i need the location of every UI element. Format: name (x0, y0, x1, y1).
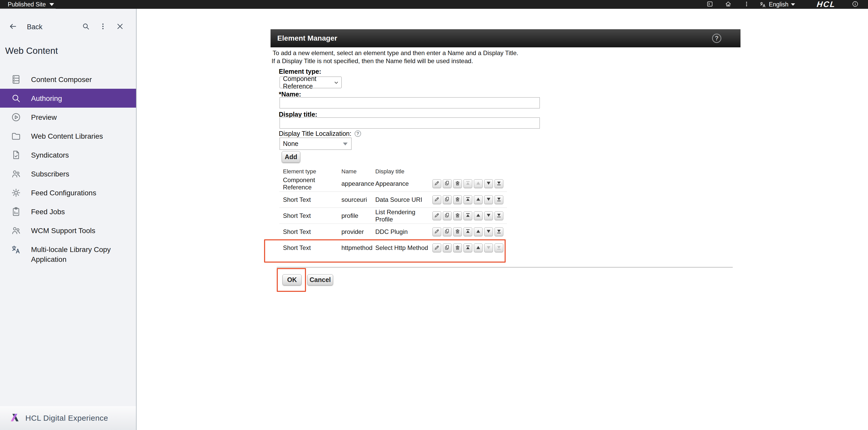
edit-icon (434, 245, 440, 251)
move-to-top-button[interactable] (464, 227, 472, 236)
ok-button[interactable]: OK (282, 274, 302, 285)
move-to-bottom-button[interactable] (495, 211, 503, 220)
cell-name: appearance (341, 180, 375, 187)
sidebar-item-label: Authoring (31, 93, 62, 103)
edit-button[interactable] (432, 243, 441, 252)
move-up-icon (475, 196, 481, 203)
edit-button[interactable] (432, 211, 441, 220)
edit-button[interactable] (432, 179, 441, 188)
sidebar-overflow-button[interactable] (99, 22, 107, 32)
table-row-httpmethod: Short TexthttpmethodSelect Http Method (279, 240, 507, 256)
move-to-top-button[interactable] (464, 195, 472, 204)
cell-name: httpmethod (341, 244, 375, 251)
move-up-button[interactable] (474, 179, 483, 188)
close-button[interactable] (116, 22, 124, 32)
sidebar-item-authoring[interactable]: Authoring (0, 89, 136, 108)
copy-icon (444, 228, 450, 235)
sidebar-item-subscribers[interactable]: Subscribers (0, 164, 136, 183)
gear-icon (11, 188, 21, 198)
clipboard-chart-icon (11, 207, 21, 217)
move-down-button[interactable] (484, 227, 493, 236)
move-to-top-icon (465, 196, 471, 203)
move-to-top-button[interactable] (464, 179, 472, 188)
home-button[interactable] (719, 0, 737, 9)
copy-button[interactable] (443, 211, 452, 220)
sidebar-item-multi-locale-library-copy-application[interactable]: Multi-locale Library Copy Application (0, 240, 136, 267)
move-up-button[interactable] (474, 195, 483, 204)
column-display-title: Display title (375, 168, 432, 176)
copy-button[interactable] (443, 243, 452, 252)
table-row-provider: Short TextproviderDDC Plugin (279, 224, 507, 240)
sidebar-item-feed-jobs[interactable]: Feed Jobs (0, 202, 136, 221)
move-down-icon (486, 180, 491, 187)
copy-icon (444, 196, 450, 203)
move-down-button[interactable] (484, 243, 493, 252)
edit-button[interactable] (432, 227, 441, 236)
sidebar-item-wcm-support-tools[interactable]: WCM Support Tools (0, 221, 136, 240)
move-down-button[interactable] (484, 195, 493, 204)
sidebar-item-syndicators[interactable]: Syndicators (0, 145, 136, 164)
localization-select[interactable]: None (280, 137, 351, 150)
language-selector[interactable]: English (756, 0, 801, 9)
move-down-button[interactable] (484, 211, 493, 220)
move-to-bottom-button[interactable] (495, 243, 503, 252)
move-to-top-button[interactable] (464, 211, 472, 220)
move-to-bottom-button[interactable] (495, 179, 503, 188)
element-type-select[interactable]: Component Reference (280, 76, 342, 88)
delete-button[interactable] (453, 227, 462, 236)
back-button[interactable]: Back (9, 22, 42, 32)
delete-button[interactable] (453, 211, 462, 220)
display-title-input[interactable] (280, 118, 540, 129)
row-actions (432, 243, 507, 252)
search-button[interactable] (82, 22, 90, 32)
move-up-button[interactable] (474, 211, 483, 220)
published-site-menu[interactable]: Published Site (0, 0, 61, 9)
copy-button[interactable] (443, 195, 452, 204)
copy-button[interactable] (443, 227, 452, 236)
move-up-button[interactable] (474, 243, 483, 252)
sidebar-item-feed-configurations[interactable]: Feed Configurations (0, 183, 136, 202)
people-icon (11, 225, 21, 236)
move-to-bottom-button[interactable] (495, 227, 503, 236)
localization-label: Display Title Localization: (279, 130, 351, 137)
sidebar-item-preview[interactable]: Preview (0, 108, 136, 126)
delete-button[interactable] (453, 243, 462, 252)
overflow-menu-button[interactable] (737, 0, 756, 9)
copy-button[interactable] (443, 179, 452, 188)
move-up-icon (475, 180, 481, 187)
delete-icon (455, 180, 460, 187)
cancel-button[interactable]: Cancel (307, 274, 333, 285)
sidebar-item-content-composer[interactable]: Content Composer (0, 70, 136, 89)
info-icon (852, 1, 859, 8)
terminal-button[interactable] (701, 0, 719, 9)
chevron-down-icon (50, 3, 54, 6)
translate-icon (11, 244, 21, 254)
move-up-icon (475, 228, 481, 235)
add-button[interactable]: Add (282, 151, 300, 163)
cell-display-title: Appearance (375, 180, 432, 187)
cell-display-title: Data Source URI (375, 196, 432, 203)
move-to-bottom-button[interactable] (495, 195, 503, 204)
name-input[interactable] (280, 97, 540, 109)
move-down-button[interactable] (484, 179, 493, 188)
sidebar-item-label: WCM Support Tools (31, 225, 95, 236)
delete-button[interactable] (453, 179, 462, 188)
panel-title: Element Manager (277, 34, 337, 42)
play-circle-icon (11, 112, 21, 122)
edit-button[interactable] (432, 195, 441, 204)
sidebar-item-web-content-libraries[interactable]: Web Content Libraries (0, 126, 136, 145)
column-element-type: Element type (283, 168, 341, 176)
localization-help-icon[interactable]: ? (354, 130, 361, 137)
delete-button[interactable] (453, 195, 462, 204)
help-icon[interactable]: ? (712, 34, 721, 43)
move-up-button[interactable] (474, 227, 483, 236)
cell-name: profile (341, 212, 375, 219)
edit-icon (434, 212, 440, 219)
info-button[interactable] (846, 0, 864, 9)
element-type-label: Element type: (279, 68, 321, 75)
move-to-top-button[interactable] (464, 243, 472, 252)
delete-icon (455, 245, 460, 251)
row-actions (432, 211, 507, 220)
translate-icon (760, 0, 766, 9)
sidebar-nav: Content ComposerAuthoringPreviewWeb Cont… (0, 70, 136, 267)
